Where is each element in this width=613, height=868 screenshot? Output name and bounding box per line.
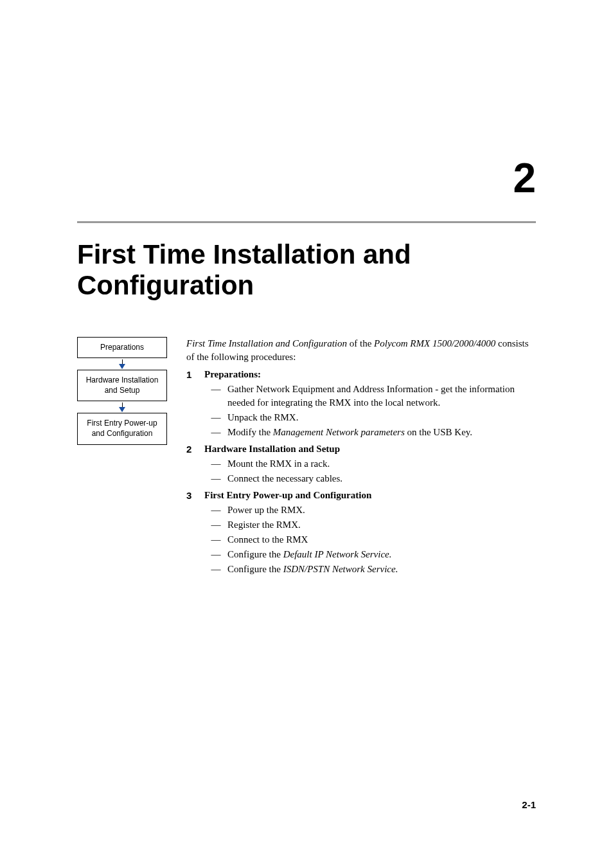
- list-item: —Connect the necessary cables.: [204, 472, 536, 485]
- dash-list: —Mount the RMX in a rack. —Connect the n…: [204, 457, 536, 485]
- content-wrapper: Preparations Hardware Installation and S…: [77, 337, 536, 579]
- main-text: First Time Installation and Configuratio…: [186, 337, 536, 579]
- step-content: First Entry Power-up and Configuration —…: [204, 489, 536, 577]
- step-item: 2 Hardware Installation and Setup —Mount…: [186, 442, 536, 487]
- dash-list: —Gather Network Equipment and Address In…: [204, 383, 536, 439]
- dash-text: Modify the Management Network parameters…: [227, 426, 536, 439]
- step-number: 1: [186, 368, 204, 440]
- step-item: 1 Preparations: —Gather Network Equipmen…: [186, 368, 536, 440]
- dash-text: Configure the ISDN/PSTN Network Service.: [227, 563, 536, 576]
- document-page: 2 First Time Installation and Configurat…: [0, 0, 613, 868]
- dash-icon: —: [204, 533, 227, 547]
- dash-list: —Power up the RMX. —Register the RMX. —C…: [204, 503, 536, 576]
- steps-list: 1 Preparations: —Gather Network Equipmen…: [186, 368, 536, 577]
- dash-text: Unpack the RMX.: [227, 411, 536, 424]
- dash-icon: —: [204, 411, 227, 424]
- dash-text: Power up the RMX.: [227, 503, 536, 517]
- step-item: 3 First Entry Power-up and Configuration…: [186, 489, 536, 577]
- list-item: —Configure the ISDN/PSTN Network Service…: [204, 563, 536, 576]
- list-item: —Modify the Management Network parameter…: [204, 426, 536, 439]
- list-item: —Power up the RMX.: [204, 503, 536, 517]
- step-title: First Entry Power-up and Configuration: [204, 490, 371, 500]
- step-title: Preparations:: [204, 369, 261, 379]
- chapter-title: First Time Installation and Configuratio…: [77, 239, 536, 302]
- dash-icon: —: [204, 457, 227, 471]
- dash-icon: —: [204, 518, 227, 532]
- list-item: —Unpack the RMX.: [204, 411, 536, 424]
- list-item: —Mount the RMX in a rack.: [204, 457, 536, 471]
- dash-text: Gather Network Equipment and Address Inf…: [227, 383, 536, 410]
- dash-icon: —: [204, 383, 227, 410]
- dash-text: Mount the RMX in a rack.: [227, 457, 536, 471]
- dash-text: Connect the necessary cables.: [227, 472, 536, 485]
- flow-box-first-entry: First Entry Power-up and Configuration: [77, 413, 167, 444]
- flow-box-preparations: Preparations: [77, 337, 167, 359]
- dash-icon: —: [204, 426, 227, 439]
- dash-icon: —: [204, 503, 227, 517]
- chapter-rule: [77, 221, 536, 223]
- page-number: 2-1: [522, 799, 536, 810]
- intro-paragraph: First Time Installation and Configuratio…: [186, 337, 536, 364]
- dash-text: Register the RMX.: [227, 518, 536, 532]
- step-number: 2: [186, 442, 204, 487]
- dash-icon: —: [204, 472, 227, 485]
- step-title: Hardware Installation and Setup: [204, 444, 340, 454]
- intro-italic-2: Polycom RMX 1500/2000/4000: [374, 338, 495, 348]
- intro-italic-1: First Time Installation and Configuratio…: [186, 338, 347, 348]
- flow-arrow-icon: [122, 359, 123, 368]
- step-content: Preparations: —Gather Network Equipment …: [204, 368, 536, 440]
- list-item: —Register the RMX.: [204, 518, 536, 532]
- dash-text: Configure the Default IP Network Service…: [227, 548, 536, 561]
- flow-box-hardware: Hardware Installation and Setup: [77, 370, 167, 401]
- list-item: —Configure the Default IP Network Servic…: [204, 548, 536, 561]
- chapter-number: 2: [77, 154, 536, 202]
- dash-icon: —: [204, 563, 227, 576]
- dash-text: Connect to the RMX: [227, 533, 536, 547]
- intro-text-1: of the: [347, 338, 374, 348]
- step-number: 3: [186, 489, 204, 577]
- step-content: Hardware Installation and Setup —Mount t…: [204, 442, 536, 487]
- dash-icon: —: [204, 548, 227, 561]
- flow-arrow-icon: [122, 402, 123, 411]
- list-item: —Connect to the RMX: [204, 533, 536, 547]
- flowchart: Preparations Hardware Installation and S…: [77, 337, 167, 579]
- list-item: —Gather Network Equipment and Address In…: [204, 383, 536, 410]
